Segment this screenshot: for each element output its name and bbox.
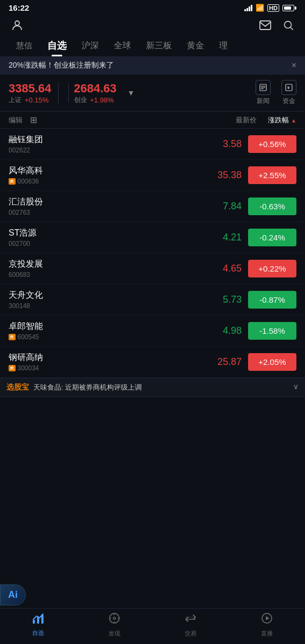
- svg-rect-10: [33, 620, 35, 624]
- stock-info: ST浩源 002700: [9, 228, 199, 247]
- bottom-nav: 自选 发现 交易: [0, 608, 305, 644]
- stock-name: 卓郎智能: [9, 321, 199, 332]
- stock-info: 京投发展 600683: [9, 259, 199, 279]
- stock-price: 4.65: [199, 263, 242, 274]
- nav-zhibo-icon: [260, 612, 273, 628]
- market-shanzheng[interactable]: 3385.64 上证 +0.15%: [9, 82, 59, 105]
- top-nav: [0, 14, 305, 36]
- svg-point-0: [15, 21, 19, 25]
- svg-rect-11: [37, 617, 39, 624]
- stock-code: 002763: [9, 209, 30, 216]
- nav-zixuan-icon: [32, 612, 45, 627]
- stock-list: 融钰集团 002622 3.58 +0.56% 风华高科 R 000636 35…: [0, 129, 305, 378]
- nav-faxian[interactable]: 发现: [98, 612, 130, 638]
- nav-faxian-icon: [108, 612, 121, 628]
- ticker-expand-icon[interactable]: ∧: [293, 383, 299, 392]
- tab-huixin[interactable]: 慧信: [9, 38, 40, 55]
- funds-icon: ¥: [281, 80, 296, 95]
- tab-hushen[interactable]: 沪深: [74, 37, 106, 56]
- stock-change-badge: +2.05%: [248, 353, 296, 371]
- stock-code-row: 600683: [9, 271, 199, 279]
- mail-icon[interactable]: [259, 20, 272, 33]
- change-col-label[interactable]: 涨跌幅 ▲: [259, 115, 296, 125]
- chuangye-label: 创业: [74, 96, 87, 105]
- stock-info: 卓郎智能 R 600545: [9, 321, 199, 341]
- stock-row[interactable]: 汇洁股份 002763 7.84 -0.63%: [0, 191, 305, 222]
- tab-zixuan[interactable]: 自选: [40, 36, 74, 56]
- ai-badge[interactable]: Ai: [0, 584, 26, 605]
- stock-code-row: 002700: [9, 240, 199, 247]
- market-row: 3385.64 上证 +0.15% 2684.63 创业 +1.98% ▼ 新闻: [0, 75, 305, 112]
- grid-icon[interactable]: ⊞: [30, 115, 37, 125]
- hd-badge: HD: [267, 4, 279, 12]
- stock-price: 4.21: [199, 232, 242, 243]
- tab-quanqiu[interactable]: 全球: [106, 37, 139, 56]
- banner-text: 20%涨跌幅！创业板注册制来了: [9, 61, 114, 70]
- list-header: 编辑 ⊞ 最新价 涨跌幅 ▲: [0, 112, 305, 129]
- market-actions: 新闻 ¥ 资金: [256, 80, 296, 106]
- stock-change-badge: +0.56%: [248, 135, 296, 153]
- ticker-bar[interactable]: 选股宝 天味食品: 近期被券商机构评级上调 ∧: [0, 378, 305, 397]
- stock-name: 汇洁股份: [9, 196, 199, 208]
- wifi-icon: 📶: [256, 4, 264, 12]
- stock-code-row: 002763: [9, 209, 199, 216]
- stock-code: 300148: [9, 302, 30, 310]
- nav-zixuan[interactable]: 自选: [22, 612, 54, 637]
- stock-code-row: 002622: [9, 147, 199, 154]
- market-dropdown-icon[interactable]: ▼: [127, 89, 135, 97]
- battery-icon: [282, 5, 296, 11]
- stock-name: 风华高科: [9, 165, 199, 177]
- svg-point-14: [113, 617, 115, 619]
- stock-name: 京投发展: [9, 259, 199, 270]
- stock-code-row: R 000636: [9, 178, 199, 185]
- news-label: 新闻: [257, 97, 270, 106]
- svg-marker-22: [266, 616, 270, 620]
- stock-info: 汇洁股份 002763: [9, 196, 199, 216]
- news-icon: [256, 80, 271, 95]
- search-icon[interactable]: [282, 19, 294, 33]
- stock-change-badge: +2.55%: [248, 166, 296, 184]
- tab-bar: 慧信 自选 沪深 全球 新三板 黄金 理: [0, 36, 305, 56]
- stock-code-row: R 600545: [9, 333, 199, 341]
- signal-icon: [244, 5, 252, 11]
- edit-button[interactable]: 编辑 ⊞: [9, 115, 37, 125]
- tab-huangjin[interactable]: 黄金: [179, 37, 212, 56]
- stock-code: 600545: [18, 333, 39, 341]
- stock-code-row: 300148: [9, 302, 199, 310]
- funds-button[interactable]: ¥ 资金: [281, 80, 296, 106]
- stock-price: 25.87: [199, 356, 242, 368]
- stock-change-badge: -1.58%: [248, 322, 296, 340]
- market-chuangye[interactable]: 2684.63 创业 +1.98%: [74, 82, 124, 105]
- tab-li[interactable]: 理: [212, 37, 235, 56]
- status-bar: 16:22 📶 HD: [0, 0, 305, 14]
- stock-row[interactable]: ST浩源 002700 4.21 -0.24%: [0, 222, 305, 253]
- stock-row[interactable]: 融钰集团 002622 3.58 +0.56%: [0, 129, 305, 160]
- user-icon[interactable]: [11, 19, 24, 34]
- svg-rect-1: [260, 21, 271, 30]
- r-badge: R: [9, 365, 16, 371]
- nav-jiaoyi-icon: [184, 612, 197, 628]
- funds-label: 资金: [282, 97, 295, 106]
- status-right: 📶 HD: [244, 4, 296, 12]
- svg-text:¥: ¥: [287, 85, 290, 90]
- stock-row[interactable]: 京投发展 600683 4.65 +0.22%: [0, 253, 305, 284]
- stock-row[interactable]: 天舟文化 300148 5.73 -0.87%: [0, 284, 305, 316]
- edit-label: 编辑: [9, 115, 23, 125]
- nav-jiaoyi[interactable]: 交易: [175, 612, 207, 638]
- stock-name: 融钰集团: [9, 134, 199, 145]
- stock-info: 融钰集团 002622: [9, 134, 199, 154]
- ticker-logo: 选股宝: [6, 383, 29, 392]
- news-button[interactable]: 新闻: [256, 80, 271, 106]
- nav-zhibo[interactable]: 直播: [251, 612, 283, 638]
- banner-close-button[interactable]: ×: [292, 61, 296, 70]
- stock-code: 002700: [9, 240, 30, 247]
- stock-name: 天舟文化: [9, 290, 199, 301]
- stock-row[interactable]: 风华高科 R 000636 35.38 +2.55%: [0, 160, 305, 191]
- stock-change-badge: -0.24%: [248, 229, 296, 246]
- price-col-label: 最新价: [219, 115, 257, 125]
- stock-row[interactable]: 卓郎智能 R 600545 4.98 -1.58%: [0, 316, 305, 347]
- shanzheng-label: 上证: [9, 96, 21, 105]
- chuangye-index: 2684.63: [74, 82, 117, 96]
- stock-row[interactable]: 钢研高纳 R 300034 25.87 +2.05%: [0, 347, 305, 378]
- tab-xinsanban[interactable]: 新三板: [139, 37, 179, 56]
